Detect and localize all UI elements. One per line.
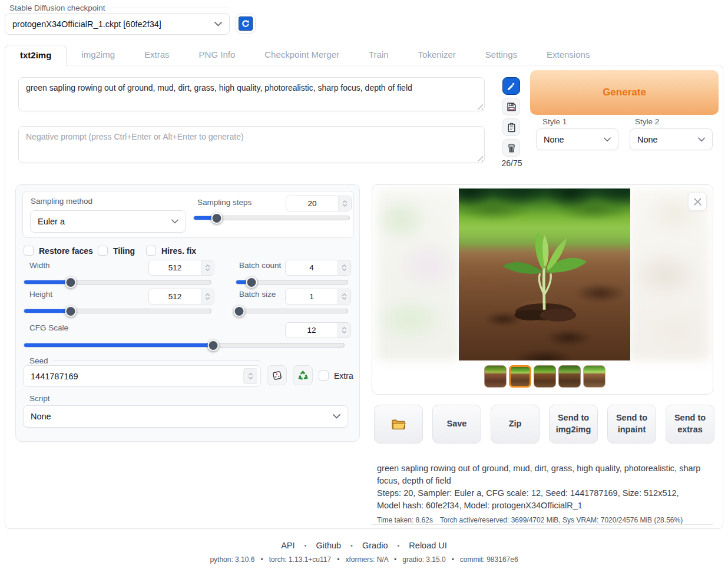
footer-link-github[interactable]: Github: [316, 541, 341, 550]
checkpoint-label: Stable Diffusion checkpoint: [9, 4, 230, 12]
footer-link-reload-ui[interactable]: Reload UI: [409, 541, 446, 550]
slider-track: [236, 309, 348, 313]
sampling-method-dropdown[interactable]: Euler a: [30, 210, 186, 233]
tab-settings[interactable]: Settings: [471, 45, 532, 65]
slider-handle[interactable]: [233, 306, 244, 317]
hires-fix-checkbox[interactable]: Hires. fix: [146, 246, 196, 256]
slider-handle[interactable]: [211, 213, 222, 224]
thumbnail-strip: [484, 365, 605, 388]
sampling-steps-label: Sampling steps: [197, 198, 252, 207]
slider-handle[interactable]: [246, 277, 257, 288]
spinner[interactable]: [337, 289, 350, 304]
thumbnail-3[interactable]: [534, 365, 556, 388]
recycle-icon: [297, 370, 309, 381]
slider-handle[interactable]: [207, 340, 219, 351]
script-dropdown[interactable]: None: [23, 405, 348, 428]
send-to-img2img-button[interactable]: Send to img2img: [549, 405, 598, 444]
width-slider[interactable]: [24, 277, 211, 287]
style1-label: Style 1: [542, 117, 567, 126]
style2-dropdown[interactable]: None: [630, 128, 713, 150]
save-style-button[interactable]: [502, 98, 520, 115]
footer-link-api[interactable]: API: [281, 541, 294, 550]
save-button[interactable]: Save: [432, 405, 481, 444]
batch-size-input[interactable]: 1: [285, 289, 351, 305]
restore-faces-checkbox[interactable]: Restore faces: [24, 246, 93, 256]
height-input[interactable]: 512: [148, 289, 214, 305]
width-label: Width: [29, 261, 50, 270]
open-folder-button[interactable]: [374, 405, 423, 444]
sampling-steps-input[interactable]: 20: [286, 196, 352, 211]
close-icon: [694, 198, 701, 206]
reuse-seed-button[interactable]: [293, 365, 313, 385]
send-to-extras-button[interactable]: Send to extras: [666, 405, 714, 444]
batch-count-value: 4: [286, 260, 337, 275]
tab-train[interactable]: Train: [354, 45, 403, 65]
generate-button[interactable]: Generate: [530, 70, 719, 115]
tab-png-info[interactable]: PNG Info: [184, 45, 250, 65]
tab-tokenizer[interactable]: Tokenizer: [403, 45, 471, 65]
batch-count-slider[interactable]: [236, 277, 348, 287]
thumbnail-2-selected[interactable]: [509, 365, 531, 388]
thumbnail-5[interactable]: [583, 365, 605, 388]
seed-label: Seed: [29, 356, 260, 365]
clear-prompt-button[interactable]: [502, 139, 520, 157]
spinner[interactable]: [243, 368, 257, 384]
paintbrush-button[interactable]: [502, 77, 520, 95]
seed-label-text: Seed: [29, 356, 48, 365]
height-slider[interactable]: [24, 306, 211, 316]
tab-checkpoint-merger[interactable]: Checkpoint Merger: [250, 45, 354, 65]
slider-fill: [24, 343, 214, 347]
tab-txt2img[interactable]: txt2img: [5, 45, 67, 66]
checkbox-box: [319, 370, 329, 381]
checkbox-box: [98, 246, 108, 256]
checkpoint-dropdown[interactable]: protogenX34OfficialR_1.ckpt [60fe2f34]: [5, 13, 230, 35]
dice-icon: [272, 370, 283, 381]
random-seed-button[interactable]: [267, 365, 287, 385]
prompt-field: green sapling rowing out of ground, mud,…: [18, 77, 485, 111]
cfg-scale-slider[interactable]: [24, 340, 345, 350]
stable-diffusion-webui: Stable Diffusion checkpoint protogenX34O…: [0, 0, 728, 569]
extra-seed-checkbox[interactable]: Extra: [319, 370, 353, 381]
spinner[interactable]: [338, 196, 351, 211]
negative-prompt-input[interactable]: [18, 126, 485, 163]
thumbnail-4[interactable]: [558, 365, 581, 388]
tab-extensions[interactable]: Extensions: [532, 45, 604, 65]
tab-extras[interactable]: Extras: [130, 45, 184, 65]
spinner[interactable]: [201, 260, 214, 275]
close-gallery-button[interactable]: [688, 192, 707, 211]
width-input[interactable]: 512: [148, 260, 214, 276]
generation-info: green sapling rowing out of ground, mud,…: [377, 462, 704, 524]
style1-dropdown[interactable]: None: [536, 128, 618, 150]
footer-link-gradio[interactable]: Gradio: [362, 541, 388, 550]
tab-bar: txt2img img2img Extras PNG Info Checkpoi…: [5, 45, 604, 65]
slider-handle[interactable]: [65, 277, 76, 288]
tab-img2img[interactable]: img2img: [67, 45, 130, 65]
sampling-steps-value: 20: [286, 196, 338, 211]
slider-handle[interactable]: [65, 306, 76, 317]
prompt-input[interactable]: green sapling rowing out of ground, mud,…: [18, 77, 485, 111]
chevron-down-icon: [333, 414, 340, 419]
batch-size-label: Batch size: [239, 290, 276, 299]
generated-image-preview[interactable]: [459, 188, 630, 360]
spinner[interactable]: [201, 289, 214, 304]
info-divider: [372, 524, 713, 525]
spinner[interactable]: [337, 323, 350, 338]
cfg-scale-value: 12: [286, 323, 337, 338]
batch-size-slider[interactable]: [236, 306, 348, 316]
apply-style-button[interactable]: [502, 118, 520, 136]
refresh-icon: [239, 16, 253, 31]
trash-icon: [507, 143, 517, 153]
spinner[interactable]: [337, 260, 350, 275]
info-params-text: Steps: 20, Sampler: Euler a, CFG scale: …: [377, 487, 704, 512]
thumbnail-1[interactable]: [484, 365, 507, 388]
refresh-checkpoint-button[interactable]: [236, 14, 256, 34]
zip-button[interactable]: Zip: [491, 405, 540, 444]
clipboard-icon: [507, 123, 517, 133]
batch-count-input[interactable]: 4: [285, 260, 351, 276]
cfg-scale-input[interactable]: 12: [285, 322, 351, 338]
tiling-checkbox[interactable]: Tiling: [98, 246, 135, 256]
send-to-inpaint-button[interactable]: Send to inpaint: [607, 405, 656, 444]
checkpoint-value: protogenX34OfficialR_1.ckpt [60fe2f34]: [12, 19, 161, 29]
seed-input[interactable]: 1441787169: [23, 365, 261, 387]
sampling-steps-slider[interactable]: [193, 213, 350, 223]
